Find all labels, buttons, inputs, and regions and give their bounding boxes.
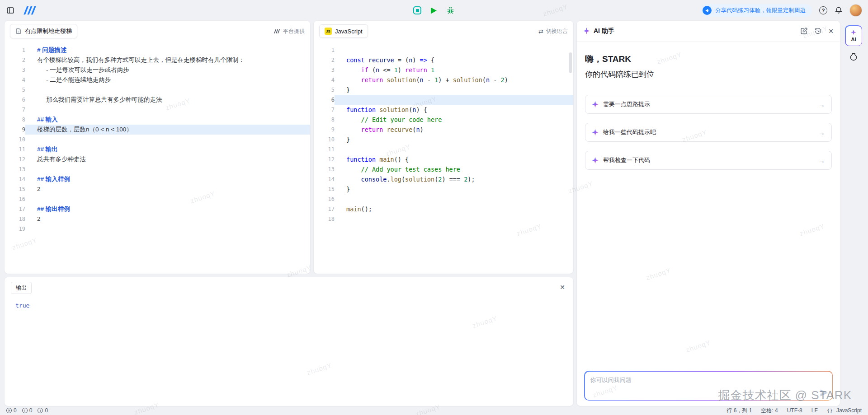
line-text: 总共有多少种走法	[25, 154, 310, 164]
line-number: 12	[5, 154, 25, 164]
problem-line: 13	[5, 164, 310, 174]
line-text: if (n <= 1) return 1	[335, 65, 573, 75]
code-line[interactable]: 5}	[314, 85, 573, 95]
ai-suggestion-card[interactable]: 帮我检查一下代码 →	[585, 151, 832, 170]
editor-scrollbar[interactable]	[569, 52, 572, 73]
code-line[interactable]: 2const recurve = (n) => {	[314, 55, 573, 65]
stop-button[interactable]	[413, 6, 421, 14]
ai-greeting-name: 嗨，STARK	[585, 53, 832, 65]
cursor-position[interactable]: 行 6，列 1	[726, 407, 752, 415]
arrow-right-icon: →	[818, 157, 825, 164]
line-text: ## 输入样例	[25, 174, 310, 184]
share-banner[interactable]: 分享代码练习体验，领限量定制周边	[701, 4, 812, 17]
line-text	[335, 214, 573, 224]
line-text: 有个楼梯比较高，我们有多种方式可以走上去，但是在走楼梯时有几个限制：	[25, 55, 310, 65]
line-number: 4	[314, 75, 335, 85]
problem-line: 182	[5, 214, 310, 224]
output-tab[interactable]: 输出	[11, 282, 32, 294]
problem-line: 3- 一是每次可以走一步或者两步	[5, 65, 310, 75]
line-number: 3	[314, 65, 335, 75]
editor-language-tab[interactable]: JS JavaScript	[319, 24, 368, 38]
code-line[interactable]: 9 return recurve(n)	[314, 125, 573, 135]
line-number: 18	[5, 214, 25, 224]
ai-input-container	[584, 371, 833, 401]
code-line[interactable]: 17main();	[314, 204, 573, 214]
sparkle-icon	[592, 101, 599, 108]
ai-assistant-toggle[interactable]: AI	[845, 25, 862, 46]
output-close-icon[interactable]: ✕	[560, 284, 565, 291]
error-count: 0	[14, 407, 17, 414]
line-text	[335, 145, 573, 154]
indentation-setting[interactable]: 空格: 4	[761, 407, 778, 415]
line-text: }	[335, 85, 573, 95]
history-button[interactable]	[814, 27, 822, 35]
line-text: main();	[335, 204, 573, 214]
problem-line: 6那么我们需要计算总共有多少种可能的走法	[5, 95, 310, 105]
notifications-button[interactable]	[835, 6, 843, 14]
line-number: 9	[314, 125, 335, 135]
run-button[interactable]	[430, 7, 437, 14]
code-line[interactable]: 14 console.log(solution(2) === 2);	[314, 174, 573, 184]
bell-icon	[835, 6, 843, 14]
line-number: 8	[5, 115, 25, 125]
send-button[interactable]	[820, 388, 829, 397]
ai-sparkle-icon	[583, 28, 590, 34]
line-number: 3	[5, 65, 25, 75]
line-number: 5	[5, 85, 25, 95]
editor-panel: JS JavaScript ⇄ 切换语言 12const recurve = (…	[314, 21, 573, 274]
platform-provider: 平台提供	[274, 28, 305, 35]
treasure-button[interactable]	[849, 52, 858, 61]
line-text: 2	[25, 184, 310, 194]
ai-question-input[interactable]	[585, 372, 832, 400]
code-line[interactable]: 8 // Edit your code here	[314, 115, 573, 125]
code-line[interactable]: 10}	[314, 135, 573, 145]
ai-suggestion-card[interactable]: 给我一些代码提示吧 →	[585, 123, 832, 142]
new-conversation-button[interactable]	[800, 27, 808, 35]
line-text	[25, 194, 310, 204]
code-line[interactable]: 12function main() {	[314, 154, 573, 164]
line-text: // Edit your code here	[335, 115, 573, 125]
problems-info[interactable]: i 0	[38, 407, 48, 414]
line-text	[25, 105, 310, 115]
code-line[interactable]: 11	[314, 145, 573, 154]
code-line[interactable]: 18	[314, 214, 573, 224]
code-line[interactable]: 3 if (n <= 1) return 1	[314, 65, 573, 75]
language-mode[interactable]: {} JavaScript	[827, 407, 862, 414]
code-line[interactable]: 1	[314, 45, 573, 55]
line-number: 13	[5, 164, 25, 174]
code-line[interactable]: 6	[314, 95, 573, 105]
code-line[interactable]: 7function solution(n) {	[314, 105, 573, 115]
help-icon[interactable]: ?	[819, 6, 827, 14]
code-line[interactable]: 4 return solution(n - 1) + solution(n - …	[314, 75, 573, 85]
line-text	[25, 224, 310, 234]
problem-line: 16	[5, 194, 310, 204]
platform-provider-label: 平台提供	[283, 28, 305, 35]
switch-language-button[interactable]: ⇄ 切换语言	[538, 28, 568, 35]
avatar[interactable]	[850, 5, 862, 16]
problem-line: 12总共有多少种走法	[5, 154, 310, 164]
problems-warnings[interactable]: ! 0	[22, 407, 33, 414]
ai-panel-body: 嗨，STARK 你的代码陪练已到位 需要一点思路提示 → 给我一些代码提示吧 →…	[577, 42, 840, 406]
info-icon: i	[38, 408, 43, 413]
status-bar: ✕ 0 ! 0 i 0 行 6，列 1 空格: 4 UTF-8 LF {} Ja…	[0, 406, 868, 415]
juejin-logo[interactable]	[23, 5, 37, 15]
line-number: 7	[314, 105, 335, 115]
line-text	[25, 85, 310, 95]
code-line[interactable]: 15}	[314, 184, 573, 194]
ai-suggestion-label: 需要一点思路提示	[603, 100, 650, 108]
workspace-column: 有点限制地走楼梯 平台提供 1# 问题描述2有个楼梯比较高，我们有多种方式可以走…	[5, 21, 573, 406]
line-number: 9	[5, 125, 25, 135]
line-text: return solution(n - 1) + solution(n - 2)	[335, 75, 573, 85]
problem-title-tab[interactable]: 有点限制地走楼梯	[10, 24, 77, 38]
editor-content[interactable]: 12const recurve = (n) => {3 if (n <= 1) …	[314, 42, 573, 224]
encoding-setting[interactable]: UTF-8	[787, 407, 802, 414]
stop-icon	[413, 6, 421, 14]
problems-errors[interactable]: ✕ 0	[6, 407, 17, 414]
code-line[interactable]: 16	[314, 194, 573, 204]
ai-close-button[interactable]: ✕	[828, 28, 834, 35]
sidebar-toggle-button[interactable]	[6, 6, 14, 14]
debug-button[interactable]	[446, 6, 455, 15]
code-line[interactable]: 13 // Add your test cases here	[314, 164, 573, 174]
eol-setting[interactable]: LF	[811, 407, 818, 414]
ai-suggestion-card[interactable]: 需要一点思路提示 →	[585, 95, 832, 114]
